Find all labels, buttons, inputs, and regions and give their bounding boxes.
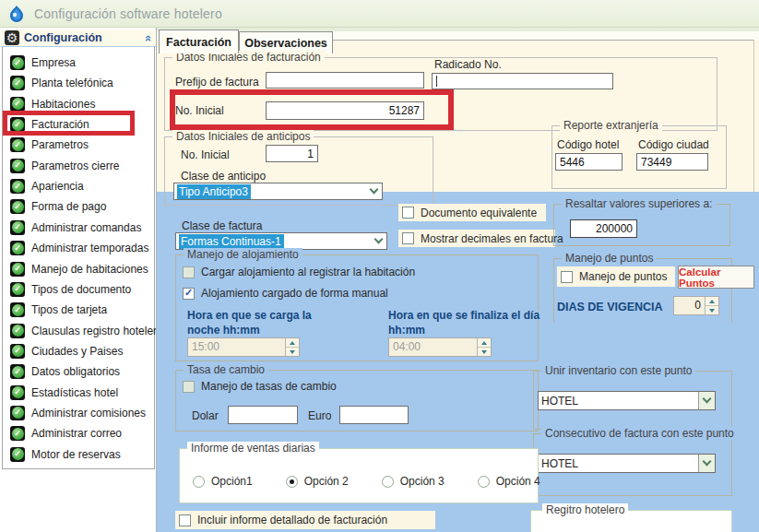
spin-down-icon[interactable] — [706, 305, 718, 314]
radio-icon[interactable] — [193, 476, 205, 488]
spin-down-icon[interactable] — [478, 347, 491, 356]
resaltar-valor-input[interactable] — [570, 219, 637, 238]
sidebar-item-estadísticas-hotel[interactable]: ✓Estadísticas hotel — [10, 384, 148, 402]
manejo-puntos-checkbox[interactable]: Manejo de puntos — [557, 266, 675, 287]
sidebar-item-manejo-de-habitaciones[interactable]: ✓Manejo de habitaciones — [10, 260, 148, 278]
checkbox-icon[interactable] — [183, 288, 195, 300]
tabpage-right-border — [753, 40, 754, 192]
no-inicial-anticipo-input[interactable] — [266, 145, 318, 162]
sidebar-item-habitaciones[interactable]: ✓Habitaciones — [10, 95, 148, 113]
group-title: Regitro hotelero — [542, 503, 628, 516]
hora-finaliza-spinner[interactable]: 04:00 — [388, 337, 492, 357]
manejo-tasas-checkbox[interactable]: Manejo de tasas de cambio — [183, 380, 337, 393]
sidebar-item-administrar-comisiones[interactable]: ✓Administrar comisiones — [10, 404, 148, 422]
radio-opci-n-4[interactable]: Opción 4 — [478, 475, 540, 488]
checkbox-icon[interactable] — [179, 514, 191, 526]
euro-label: Euro — [308, 409, 331, 422]
hora-carga-spinner[interactable]: 15:00 — [187, 337, 300, 357]
sidebar-item-label: Parametros — [31, 138, 89, 151]
euro-input[interactable] — [339, 406, 409, 424]
sidebar-item-datos-obligatorios[interactable]: ✓Datos obligatorios — [10, 362, 148, 381]
no-inicial-anticipo-label: No. Inicial — [181, 148, 230, 161]
collapse-chevron-icon[interactable]: « — [142, 34, 156, 41]
codigo-ciudad-input[interactable] — [636, 153, 708, 171]
spin-up-icon[interactable] — [286, 338, 299, 347]
cargar-alojamiento-label: Cargar alojamiento al registrar la habit… — [201, 266, 415, 278]
calcular-puntos-button[interactable]: Calcular Puntos — [678, 266, 754, 289]
sidebar-nav: ✓Empresa✓Planta telefónica✓Habitaciones✓… — [2, 47, 155, 469]
spin-buttons — [705, 297, 718, 314]
radio-opci-n-2[interactable]: Opción 2 — [286, 475, 349, 488]
radio-icon[interactable] — [478, 476, 490, 488]
spin-up-icon[interactable] — [706, 297, 718, 305]
check-circle-icon: ✓ — [10, 385, 25, 400]
clase-anticipo-value: Tipo Anticipo3 — [177, 184, 251, 199]
manejo-tasas-label: Manejo de tasas de cambio — [201, 380, 337, 393]
dias-vigencia-spinner[interactable]: 0 — [673, 296, 719, 315]
unir-inventario-select[interactable]: HOTEL — [538, 391, 716, 410]
sidebar-item-administrar-comandas[interactable]: ✓Administrar comandas — [10, 219, 148, 237]
sidebar-item-motor-de-reservas[interactable]: ✓Motor de reservas — [10, 445, 148, 464]
title-bar: Configuración software hotelero — [0, 0, 759, 28]
checkbox-icon[interactable] — [183, 266, 195, 278]
documento-equivalente-checkbox[interactable]: Documento equivalente — [398, 204, 546, 221]
check-circle-icon: ✓ — [10, 262, 25, 277]
sidebar-item-facturación[interactable]: ✓Facturación — [10, 115, 148, 134]
sidebar-item-planta-telefónica[interactable]: ✓Planta telefónica — [10, 74, 148, 92]
check-circle-icon: ✓ — [10, 406, 25, 420]
checkbox-icon[interactable] — [402, 207, 414, 219]
sidebar-item-forma-de-pago[interactable]: ✓Forma de pago — [10, 197, 148, 216]
check-circle-icon: ✓ — [10, 137, 25, 152]
check-circle-icon: ✓ — [10, 344, 25, 359]
radio-opci-n-3[interactable]: Opción 3 — [382, 475, 445, 488]
spin-up-icon[interactable] — [478, 338, 491, 347]
sidebar-item-administrar-correo[interactable]: ✓Administrar correo — [10, 424, 148, 443]
alojamiento-manual-checkbox[interactable]: Alojamiento cargado de forma manual — [183, 287, 388, 300]
sidebar-item-parametros-cierre[interactable]: ✓Parametros cierre — [10, 157, 148, 175]
group-registro-hotelero: Regitro hotelero — [530, 510, 732, 532]
sidebar-item-parametros[interactable]: ✓Parametros — [10, 136, 148, 154]
documento-equivalente-label: Documento equivalente — [421, 207, 537, 219]
radio-icon[interactable] — [286, 476, 298, 488]
sidebar-header[interactable]: ⚙ Configuración « — [1, 30, 156, 47]
sidebar-item-label: Empresa — [31, 56, 76, 69]
codigo-hotel-input[interactable] — [555, 153, 623, 171]
spin-down-icon[interactable] — [286, 347, 299, 356]
consecutivo-factura-select[interactable]: HOTEL — [538, 454, 716, 473]
mostrar-decimales-checkbox[interactable]: Mostrar decimales en factura — [398, 230, 555, 247]
group-informe-ventas: Informe de ventas diarias Opción1Opción … — [179, 448, 539, 503]
gear-icon: ⚙ — [5, 30, 19, 45]
clase-anticipo-select[interactable]: Tipo Anticipo3 — [173, 183, 383, 200]
radio-icon[interactable] — [382, 476, 394, 488]
check-circle-icon: ✓ — [10, 199, 25, 214]
dolar-label: Dolar — [192, 409, 219, 422]
tab-facturacion[interactable]: Facturación — [159, 30, 239, 53]
incluir-informe-checkbox[interactable]: Incluir informe detallado de facturación — [175, 511, 435, 529]
check-circle-icon: ✓ — [10, 179, 25, 194]
prefijo-factura-input[interactable] — [266, 72, 424, 89]
checkbox-icon[interactable] — [561, 271, 573, 283]
chevron-down-icon[interactable] — [365, 183, 382, 199]
checkbox-icon[interactable] — [402, 232, 414, 244]
chevron-down-icon[interactable] — [698, 392, 715, 409]
chevron-down-icon[interactable] — [698, 455, 715, 472]
sidebar-item-administrar-temporadas[interactable]: ✓Administrar temporadas — [10, 239, 148, 257]
checkbox-icon[interactable] — [183, 381, 195, 393]
sidebar-item-empresa[interactable]: ✓Empresa — [10, 53, 148, 72]
group-title: Reporte extranjería — [560, 119, 662, 132]
cargar-alojamiento-checkbox[interactable]: Cargar alojamiento al registrar la habit… — [183, 266, 415, 278]
no-inicial-factura-input[interactable] — [266, 101, 424, 120]
radicado-input[interactable] — [432, 73, 613, 89]
radio-opci-n1[interactable]: Opción1 — [193, 475, 253, 488]
sidebar-item-ciudades-y-paises[interactable]: ✓Ciudades y Paises — [10, 342, 148, 361]
group-title: Datos Iniciales de anticipos — [172, 130, 314, 143]
alojamiento-manual-label: Alojamiento cargado de forma manual — [201, 287, 388, 300]
chevron-down-icon[interactable] — [370, 233, 386, 249]
app-logo-icon — [6, 4, 27, 24]
sidebar-item-apariencia[interactable]: ✓Apariencia — [10, 177, 148, 195]
check-circle-icon: ✓ — [10, 97, 25, 112]
sidebar-item-tipos-de-documento[interactable]: ✓Tipos de documento — [10, 280, 148, 299]
sidebar-item-clausulas-registro-hotelero[interactable]: ✓Clausulas registro hotelero — [10, 322, 148, 340]
dolar-input[interactable] — [228, 406, 298, 424]
sidebar-item-tipos-de-tarjeta[interactable]: ✓Tipos de tarjeta — [10, 301, 148, 319]
